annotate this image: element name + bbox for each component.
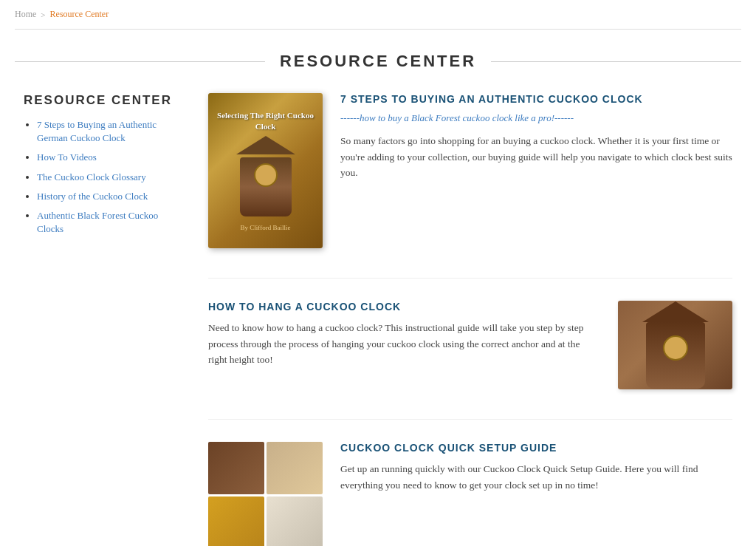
- setup-cell-3: [208, 496, 264, 546]
- setup-image-grid: [208, 442, 323, 546]
- article-body-hang: Need to know how to hang a cuckoo clock?…: [208, 320, 600, 368]
- article-heading-buying: 7 Steps to Buying an Authentic Cuckoo Cl…: [340, 93, 732, 105]
- clock-image-hang: [618, 301, 732, 389]
- main-layout: Resource Center 7 Steps to Buying an Aut…: [9, 93, 747, 546]
- setup-cell-2: [267, 442, 323, 494]
- article-link-setup[interactable]: Cuckoo Clock Quick Setup Guide: [340, 442, 557, 454]
- list-item: History of the Cuckoo Clock: [37, 190, 186, 203]
- article-subheading-buying: ------how to buy a Black Forest cuckoo c…: [340, 112, 732, 124]
- clock-body: [646, 322, 705, 389]
- content-area: Selecting The Right Cuckoo Clock By Clif…: [208, 93, 732, 546]
- list-item: How To Videos: [37, 151, 186, 164]
- article-link-buying[interactable]: 7 Steps to Buying an Authentic Cuckoo Cl…: [340, 93, 643, 105]
- setup-cell-4: [267, 496, 323, 546]
- breadcrumb: Home > Resource Center: [0, 0, 756, 29]
- clock-roof: [642, 301, 709, 322]
- breadcrumb-separator: >: [41, 10, 45, 19]
- article-setup-guide: Cuckoo Clock Quick Setup Guide Get up an…: [208, 442, 732, 546]
- article-text-hang: How to Hang a Cuckoo Clock Need to know …: [208, 301, 600, 368]
- top-divider: [15, 29, 741, 30]
- sidebar-link-history[interactable]: History of the Cuckoo Clock: [37, 191, 148, 202]
- list-item: 7 Steps to Buying an Authentic German Cu…: [37, 118, 186, 145]
- title-line-left: [15, 61, 265, 62]
- divider-1: [208, 278, 732, 279]
- breadcrumb-current[interactable]: Resource Center: [50, 9, 109, 20]
- book-cover-roof: [236, 136, 295, 154]
- page-title: Resource Center: [265, 52, 491, 71]
- article-image-book: Selecting The Right Cuckoo Clock By Clif…: [208, 93, 323, 248]
- title-line-right: [491, 61, 741, 62]
- book-cover-clock: [240, 157, 292, 216]
- article-image-clock: [618, 301, 732, 389]
- article-buying-guide: Selecting The Right Cuckoo Clock By Clif…: [208, 93, 732, 248]
- article-heading-setup: Cuckoo Clock Quick Setup Guide: [340, 442, 732, 454]
- sidebar-link-authentic[interactable]: Authentic Black Forest Cuckoo Clocks: [37, 210, 158, 234]
- sidebar-nav: 7 Steps to Buying an Authentic German Cu…: [24, 118, 186, 236]
- article-how-to-hang: How to Hang a Cuckoo Clock Need to know …: [208, 301, 732, 389]
- article-heading-hang: How to Hang a Cuckoo Clock: [208, 301, 600, 313]
- list-item: The Cuckoo Clock Glossary: [37, 171, 186, 184]
- article-body-setup: Get up an running quickly with our Cucko…: [340, 461, 732, 493]
- article-image-setup: [208, 442, 323, 546]
- article-body-buying: So many factors go into shopping for an …: [340, 133, 732, 181]
- breadcrumb-home[interactable]: Home: [15, 9, 36, 20]
- sidebar-link-glossary[interactable]: The Cuckoo Clock Glossary: [37, 171, 146, 182]
- sidebar-title: Resource Center: [24, 93, 186, 108]
- article-text-setup: Cuckoo Clock Quick Setup Guide Get up an…: [340, 442, 732, 493]
- list-item: Authentic Black Forest Cuckoo Clocks: [37, 209, 186, 236]
- article-text-buying: 7 Steps to Buying an Authentic Cuckoo Cl…: [340, 93, 732, 181]
- divider-2: [208, 419, 732, 420]
- book-cover-title: Selecting The Right Cuckoo Clock: [216, 110, 315, 132]
- page-title-section: Resource Center: [15, 52, 741, 71]
- book-cover: Selecting The Right Cuckoo Clock By Clif…: [208, 93, 323, 248]
- sidebar-link-how-to[interactable]: How To Videos: [37, 151, 97, 163]
- article-link-hang[interactable]: How to Hang a Cuckoo Clock: [208, 301, 401, 313]
- sidebar-link-buying-guide[interactable]: 7 Steps to Buying an Authentic German Cu…: [37, 119, 157, 143]
- setup-cell-1: [208, 442, 264, 494]
- sidebar: Resource Center 7 Steps to Buying an Aut…: [24, 93, 186, 546]
- book-cover-author: By Clifford Baillie: [241, 224, 291, 231]
